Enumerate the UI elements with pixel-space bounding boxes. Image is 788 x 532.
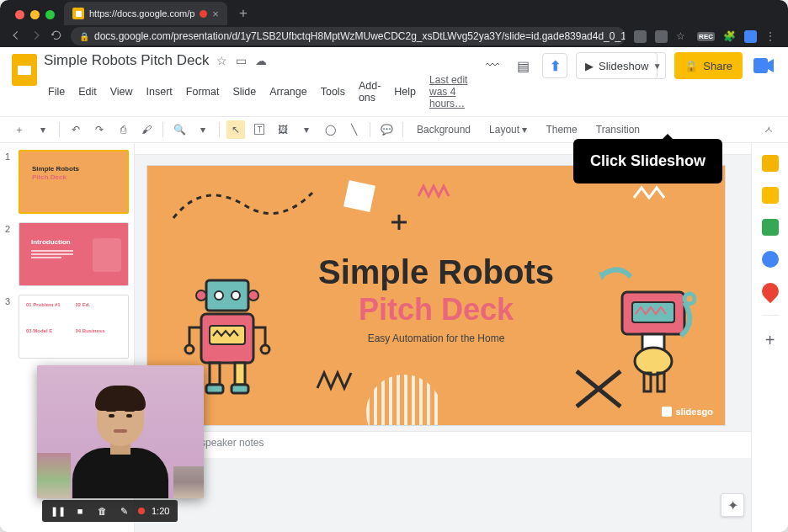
slide-thumbnail-1[interactable]: Simple Robots Pitch Deck xyxy=(19,150,129,214)
document-title[interactable]: Simple Robots Pitch Deck xyxy=(44,52,210,69)
transition-button[interactable]: Transition xyxy=(589,124,647,136)
explore-button[interactable]: ✦ xyxy=(721,493,744,517)
layout-button[interactable]: Layout ▾ xyxy=(482,124,534,136)
nav-back-icon[interactable] xyxy=(10,29,22,44)
shape-tool[interactable]: ◯ xyxy=(321,120,339,139)
browser-tab[interactable]: https://docs.google.com/p × xyxy=(64,2,227,25)
reload-icon[interactable] xyxy=(51,29,62,44)
svg-rect-19 xyxy=(644,373,651,391)
comment-tool[interactable]: 💬 xyxy=(377,120,396,139)
svg-rect-13 xyxy=(232,385,248,393)
app-header: Simple Robots Pitch Deck ☆ ▭ ☁ File Edit… xyxy=(0,47,788,116)
chrome-menu-icon[interactable]: ⋮ xyxy=(765,30,778,43)
contacts-icon[interactable] xyxy=(762,251,779,268)
tab-close-icon[interactable]: × xyxy=(212,8,219,20)
move-icon[interactable]: ▭ xyxy=(236,54,247,67)
theme-button[interactable]: Theme xyxy=(539,124,583,136)
menu-arrange[interactable]: Arrange xyxy=(265,84,311,99)
slideshow-label: Slideshow xyxy=(599,60,648,72)
svg-rect-0 xyxy=(753,58,768,73)
print-button[interactable]: ⎙ xyxy=(114,120,132,139)
webcam-overlay[interactable] xyxy=(37,365,204,498)
slides-logo-icon[interactable] xyxy=(12,54,37,86)
image-tool[interactable]: 🖼 xyxy=(274,120,292,139)
menu-view[interactable]: View xyxy=(106,84,137,99)
chevron-down-icon[interactable]: ▾ xyxy=(194,120,212,139)
svg-point-8 xyxy=(185,345,194,354)
menu-insert[interactable]: Insert xyxy=(142,84,177,99)
svg-point-3 xyxy=(232,291,240,300)
new-tab-button[interactable]: + xyxy=(234,5,253,25)
canvas-area: Simple Robots Pitch Deck Easy Automation… xyxy=(135,143,751,532)
meet-camera-icon[interactable] xyxy=(751,53,776,78)
svg-rect-20 xyxy=(658,373,664,391)
stop-button[interactable]: ■ xyxy=(72,504,88,518)
rec-extension-icon[interactable]: REC xyxy=(697,32,715,41)
menu-help[interactable]: Help xyxy=(390,84,420,99)
window-controls[interactable] xyxy=(12,8,55,19)
minimize-window-icon[interactable] xyxy=(30,10,40,19)
ext-icon[interactable] xyxy=(655,30,668,43)
extensions-icon[interactable]: 🧩 xyxy=(723,30,736,43)
star-icon[interactable]: ☆ xyxy=(216,54,227,67)
cloud-status-icon[interactable]: ☁ xyxy=(255,54,267,67)
background-button[interactable]: Background xyxy=(410,124,477,136)
select-tool[interactable]: ↖ xyxy=(226,120,245,139)
menu-addons[interactable]: Add-ons xyxy=(354,78,385,105)
hide-menus-icon[interactable]: ㅅ xyxy=(759,120,778,139)
maps-icon[interactable] xyxy=(758,279,781,303)
share-button[interactable]: 🔒 Share xyxy=(674,52,743,79)
line-tool[interactable]: ╲ xyxy=(344,120,363,139)
slideshow-button[interactable]: ▶ Slideshow xyxy=(576,52,658,79)
delete-button[interactable]: 🗑 xyxy=(94,504,109,518)
menu-slide[interactable]: Slide xyxy=(228,84,260,99)
new-slide-button[interactable]: ＋ xyxy=(10,120,29,139)
share-label: Share xyxy=(703,60,732,72)
fullscreen-window-icon[interactable] xyxy=(45,10,55,19)
menu-tools[interactable]: Tools xyxy=(317,84,349,99)
recording-dot-icon xyxy=(138,508,145,514)
tasks-icon[interactable] xyxy=(762,219,779,236)
side-panel: + xyxy=(751,143,788,532)
comments-icon[interactable]: ▤ xyxy=(512,55,534,77)
recording-indicator-icon xyxy=(200,10,207,18)
chevron-down-icon[interactable]: ▾ xyxy=(297,120,316,139)
pause-button[interactable]: ❚❚ xyxy=(51,504,66,518)
speaker-notes[interactable]: Click to add speaker notes xyxy=(135,431,751,458)
slideshow-dropdown[interactable]: ▼ xyxy=(649,52,666,79)
keep-icon[interactable] xyxy=(762,187,779,204)
presenter-face xyxy=(66,394,175,498)
slide-thumbnail-3[interactable]: 01 Problem #1 02 Ed. 03 Model E 04 Busin… xyxy=(19,295,129,359)
callout-text: Click Slideshow xyxy=(590,152,705,169)
zoom-button[interactable]: 🔍 xyxy=(170,120,189,139)
svg-rect-7 xyxy=(210,326,245,344)
present-to-meeting-button[interactable]: ⬆ xyxy=(542,53,567,78)
recorder-controls: ❚❚ ■ 🗑 ✎ 1:20 xyxy=(42,500,178,522)
redo-button[interactable]: ↷ xyxy=(90,120,109,139)
menu-edit[interactable]: Edit xyxy=(74,84,101,99)
add-addon-icon[interactable]: + xyxy=(765,331,775,350)
textbox-tool[interactable]: 🅃 xyxy=(250,120,269,139)
svg-point-2 xyxy=(215,291,223,300)
thumb-number: 3 xyxy=(5,295,13,359)
draw-button[interactable]: ✎ xyxy=(116,504,131,518)
menu-file[interactable]: File xyxy=(44,84,69,99)
camera-extension-icon[interactable] xyxy=(744,30,757,43)
thumb-number: 2 xyxy=(5,222,13,286)
address-bar[interactable]: 🔒 docs.google.com/presentation/d/1y7LSB2… xyxy=(71,27,626,45)
calendar-icon[interactable] xyxy=(762,155,779,172)
ext-icon[interactable] xyxy=(634,30,647,43)
trend-icon[interactable]: 〰 xyxy=(482,55,503,77)
svg-rect-1 xyxy=(206,280,248,311)
menu-format[interactable]: Format xyxy=(182,84,224,99)
chevron-down-icon[interactable]: ▾ xyxy=(34,120,52,139)
undo-button[interactable]: ↶ xyxy=(67,120,85,139)
paint-format-button[interactable]: 🖌 xyxy=(137,120,156,139)
star-icon[interactable]: ☆ xyxy=(676,30,689,43)
last-edit-link[interactable]: Last edit was 4 hours… xyxy=(425,72,475,111)
slide-thumbnail-2[interactable]: Introduction xyxy=(19,222,129,286)
close-window-icon[interactable] xyxy=(15,10,24,19)
recording-time: 1:20 xyxy=(152,506,169,516)
slide-canvas[interactable]: Simple Robots Pitch Deck Easy Automation… xyxy=(146,165,726,426)
brand-watermark: slidesgo xyxy=(662,407,713,417)
